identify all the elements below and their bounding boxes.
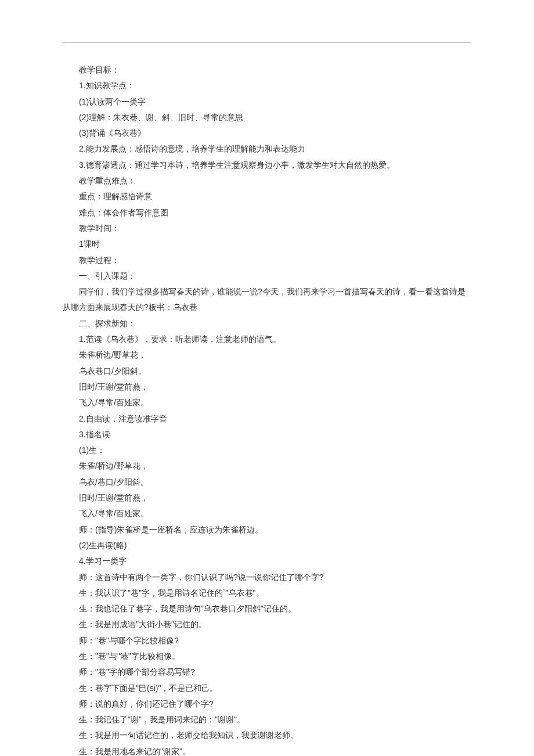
text-line: (2)生再读(略) [63, 538, 471, 553]
text-line: 教学重点难点： [63, 173, 471, 189]
text-line: 生：我是用一句话记住的，老师交给我知识，我要谢谢老师。 [63, 728, 471, 743]
text-line: (2)理解：朱衣巷、谢、斜、旧时、寻常的意思 [63, 110, 471, 125]
document-body: 教学目标：1.知识教学点：(1)认读两个一类字(2)理解：朱衣巷、谢、斜、旧时、… [63, 62, 471, 756]
text-line: 教学目标： [63, 62, 471, 78]
text-line: 1.范读《乌衣巷》，要求：听老师读，注意老师的语气。 [63, 332, 471, 347]
text-line: 1课时 [63, 236, 471, 252]
text-line: 生：我认识了"巷"字，我是用诗名记住的`"乌衣巷"。 [63, 585, 471, 601]
text-line: 生：我记住了"谢"，我是用词来记的："谢谢"。 [63, 712, 471, 728]
text-line: 师：这首诗中有两个一类字，你们认识了吗?说一说你记住了哪个字? [63, 570, 471, 585]
text-line: (1)生： [63, 442, 471, 458]
text-line: 教学过程： [63, 253, 471, 268]
text-line: 生："巷"与"港"字比较相像。 [63, 649, 471, 664]
text-line: 难点：体会作者写作意图 [63, 205, 471, 221]
text-line: (3)背诵《乌衣巷》 [63, 125, 471, 141]
horizontal-rule [63, 42, 471, 42]
text-line: 师："巷"字的哪个部分容易写错? [63, 664, 471, 680]
text-line: 4.学习一类字 [63, 553, 471, 569]
text-line: (1)认读两个一类字 [63, 94, 471, 110]
text-line: 乌衣/巷口/夕阳斜。 [63, 474, 471, 490]
text-line: 飞入/寻常/百姓家。 [63, 395, 471, 411]
text-line: 生：我是用地名来记的"谢家"。 [63, 744, 471, 756]
text-line: 生：巷字下面是"巳(si)"，不是已和己。 [63, 681, 471, 696]
text-line: 2.自由读，注意读准字音 [63, 411, 471, 427]
text-line: 朱雀桥边/野草花， [63, 347, 471, 363]
text-line: 生：我是用成语"大街小巷"记住的。 [63, 617, 471, 632]
text-line: 乌衣巷口/夕阳斜。 [63, 363, 471, 379]
text-line: 飞入/寻常/百姓家。 [63, 506, 471, 521]
text-line: 师："巷"与哪个字比较相像? [63, 633, 471, 649]
text-line: 师：说的真好，你们还记住了哪个字? [63, 696, 471, 712]
text-line: 朱雀/桥边/野草花， [63, 458, 471, 474]
text-line: 3.德育渗透点：通过学习本诗，培养学生注意观察身边小事，激发学生对大自然的热爱。 [63, 157, 471, 173]
text-line: 1.知识教学点： [63, 78, 471, 93]
text-line: 师：(指导)朱雀桥是一座桥名，应连读为朱雀桥边。 [63, 522, 471, 538]
text-line: 生：我也记住了巷字，我是用诗句"乌衣巷口夕阳斜"记住的。 [63, 601, 471, 617]
text-line: 二、探求新知： [63, 316, 471, 332]
text-line: 同学们，我们学过很多描写春天的诗，谁能说一说?今天，我们再来学习一首描写春天的诗… [63, 284, 471, 316]
text-line: 一、引入课题： [63, 268, 471, 284]
text-line: 教学时间： [63, 221, 471, 236]
text-line: 2.能力发展点：感悟诗的意境，培养学生的理解能力和表达能力 [63, 141, 471, 157]
text-line: 3.指名读 [63, 427, 471, 442]
text-line: 重点：理解感悟诗意 [63, 189, 471, 204]
text-line: 旧时/王谢/堂前燕， [63, 490, 471, 506]
text-line: 旧时/王谢/堂前燕， [63, 379, 471, 395]
